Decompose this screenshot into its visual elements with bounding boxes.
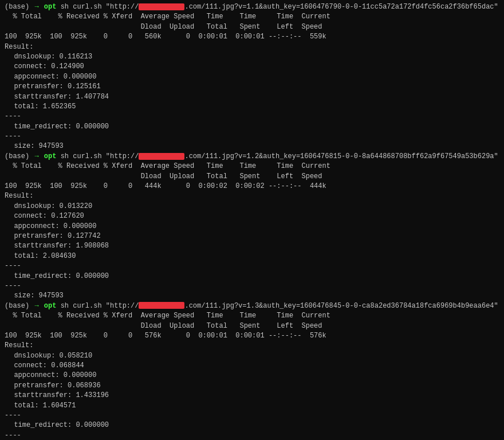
metric-1-0: dnslookup: 0.116213 — [5, 52, 499, 62]
metric-1-4: starttransfer: 1.407784 — [5, 92, 499, 102]
time-redirect-2: time_redirect: 0.000000 — [5, 272, 499, 281]
curl-data-row-3: 100 925k 100 925k 0 0 576k 0 0:00:01 0:0… — [5, 331, 499, 341]
prompt-cmd: sh curl.sh "http:// — [56, 2, 139, 12]
prompt-cmd: sh curl.sh "http:// — [56, 301, 139, 311]
prompt-opt: opt — [40, 152, 57, 162]
redacted-url-2 — [139, 153, 184, 160]
curl-header2-2: Dload Upload Total Spent Left Speed — [5, 172, 499, 182]
metric-2-4: starttransfer: 1.908068 — [5, 241, 499, 251]
prompt-line-2: (base) → opt sh curl.sh "http:// .com/11… — [5, 152, 499, 162]
prompt-base: (base) — [5, 152, 33, 162]
curl-data-row-1: 100 925k 100 925k 0 0 560k 0 0:00:01 0:0… — [5, 32, 499, 42]
metric-3-2: appconnect: 0.000000 — [5, 371, 499, 380]
metric-1-1: connect: 0.124900 — [5, 62, 499, 72]
prompt-arrow: → — [34, 301, 38, 311]
prompt-opt: opt — [40, 2, 57, 12]
curl-header1-2: % Total % Received % Xferd Average Speed… — [5, 162, 499, 171]
result-label-1: Result: — [5, 42, 499, 52]
prompt-cmd: sh curl.sh "http:// — [56, 152, 139, 162]
prompt-line-3: (base) → opt sh curl.sh "http:// .com/11… — [5, 301, 499, 311]
separator1-2: ---- — [5, 261, 499, 271]
metric-2-1: connect: 0.127620 — [5, 211, 499, 221]
metric-3-1: connect: 0.068844 — [5, 361, 499, 371]
metric-2-2: appconnect: 0.000000 — [5, 222, 499, 231]
prompt-opt: opt — [40, 301, 57, 311]
redacted-url-1 — [139, 3, 184, 10]
time-redirect-1: time_redirect: 0.000000 — [5, 122, 499, 132]
redacted-url-3 — [139, 302, 184, 309]
prompt-base: (base) — [5, 2, 33, 12]
metric-3-4: starttransfer: 1.433196 — [5, 391, 499, 400]
prompt-arrow: → — [34, 152, 38, 162]
metric-3-3: pretransfer: 0.068936 — [5, 381, 499, 391]
prompt-line-1: (base) → opt sh curl.sh "http:// .com/11… — [5, 2, 499, 12]
prompt-base: (base) — [5, 301, 33, 311]
result-label-3: Result: — [5, 341, 499, 351]
result-label-2: Result: — [5, 191, 499, 201]
metric-1-2: appconnect: 0.000000 — [5, 72, 499, 82]
metric-2-5: total: 2.084630 — [5, 252, 499, 261]
separator2-1: ---- — [5, 132, 499, 142]
metric-1-5: total: 1.652365 — [5, 102, 499, 112]
metric-2-3: pretransfer: 0.127742 — [5, 231, 499, 241]
metric-1-3: pretransfer: 0.125161 — [5, 82, 499, 92]
curl-data-row-2: 100 925k 100 925k 0 0 444k 0 0:00:02 0:0… — [5, 182, 499, 191]
curl-header2-1: Dload Upload Total Spent Left Speed — [5, 22, 499, 32]
metric-2-0: dnslookup: 0.013220 — [5, 202, 499, 211]
curl-header1-3: % Total % Received % Xferd Average Speed… — [5, 311, 499, 321]
terminal-container: (base) → opt sh curl.sh "http:// .com/11… — [5, 2, 499, 440]
metric-3-5: total: 1.604571 — [5, 401, 499, 411]
separator2-3: ---- — [5, 431, 499, 440]
size-1: size: 947593 — [5, 142, 499, 151]
prompt-cmd-suffix: .com/111.jpg?v=1.2&auth_key=1606476815-0… — [184, 152, 498, 162]
prompt-arrow: → — [34, 2, 38, 12]
time-redirect-3: time_redirect: 0.000000 — [5, 421, 499, 430]
size-2: size: 947593 — [5, 291, 499, 301]
curl-header2-3: Dload Upload Total Spent Left Speed — [5, 321, 499, 331]
curl-header1-1: % Total % Received % Xferd Average Speed… — [5, 12, 499, 22]
separator2-2: ---- — [5, 281, 499, 291]
metric-3-0: dnslookup: 0.058210 — [5, 351, 499, 361]
prompt-cmd-suffix: .com/111.jpg?v=1.3&auth_key=1606476845-0… — [184, 301, 498, 311]
separator1-1: ---- — [5, 112, 499, 121]
prompt-cmd-suffix: .com/111.jpg?v=1.1&auth_key=1606476790-0… — [184, 2, 498, 12]
separator1-3: ---- — [5, 411, 499, 421]
